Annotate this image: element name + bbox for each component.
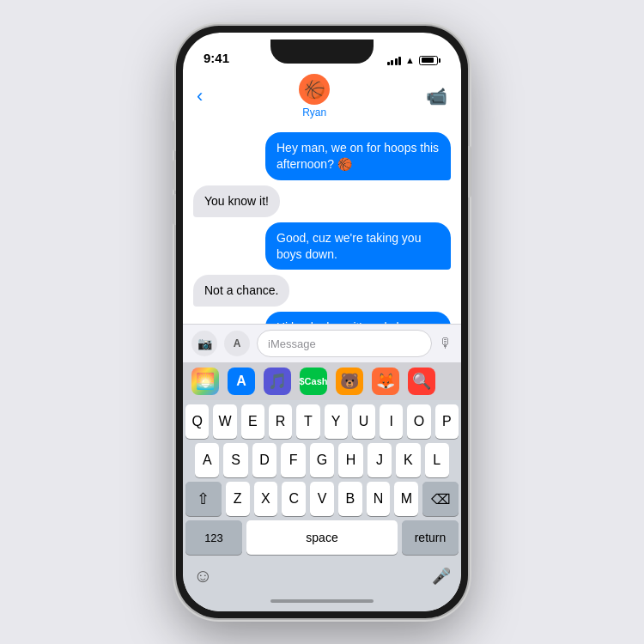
key-G[interactable]: G (310, 443, 334, 477)
key-H[interactable]: H (338, 443, 362, 477)
contact-avatar: 🏀 (299, 74, 330, 105)
key-K[interactable]: K (396, 443, 420, 477)
key-U[interactable]: U (352, 404, 375, 439)
key-D[interactable]: D (252, 443, 276, 477)
key-T[interactable]: T (296, 404, 319, 439)
key-J[interactable]: J (368, 443, 392, 477)
key-O[interactable]: O (407, 404, 430, 439)
message-row: Not a chance. (193, 275, 451, 307)
wifi-icon: ▲ (405, 55, 415, 65)
memoji1-icon[interactable]: 🐻 (336, 368, 363, 395)
appstore-icon[interactable]: A (228, 368, 255, 395)
status-time: 9:41 (204, 51, 229, 65)
message-bubble-incoming: Not a chance. (193, 275, 289, 307)
key-V[interactable]: V (310, 482, 334, 516)
home-bar (270, 599, 374, 603)
notch (270, 39, 374, 64)
key-C[interactable]: C (282, 482, 306, 516)
app-row: 🌅 A 🎵 $Cash 🐻 🦊 🔍 (183, 362, 461, 400)
input-placeholder: iMessage (268, 337, 316, 350)
key-X[interactable]: X (254, 482, 278, 516)
home-indicator (183, 594, 461, 611)
key-Y[interactable]: Y (325, 404, 348, 439)
key-F[interactable]: F (281, 443, 305, 477)
nav-bar: ‹ 🏀 Ryan 📹 (183, 70, 461, 125)
message-bubble-outgoing: Hey man, we on for hoops this afternoon?… (265, 132, 451, 180)
message-bubble-outgoing: Good, cuz we're taking you boys down. (265, 222, 451, 270)
apps-button[interactable]: A (224, 331, 250, 356)
contact-info[interactable]: 🏀 Ryan (299, 74, 330, 118)
messages-area: Hey man, we on for hoops this afternoon?… (183, 125, 461, 324)
cash-icon[interactable]: $Cash (300, 368, 327, 395)
key-W[interactable]: W (213, 404, 236, 439)
keyboard-row-4: 123 space return (183, 516, 461, 560)
back-button[interactable]: ‹ (197, 85, 203, 107)
photos-app-icon[interactable]: 🌅 (191, 368, 219, 395)
phone-wrapper: 9:41 ▲ ‹ 🏀 Ryan 📹 (176, 26, 468, 618)
key-Q[interactable]: Q (185, 404, 209, 439)
phone-screen: 9:41 ▲ ‹ 🏀 Ryan 📹 (183, 33, 461, 611)
message-row: Hi lamb chop, it's only been an hour and… (193, 312, 451, 324)
key-N[interactable]: N (367, 482, 391, 516)
message-row: You know it! (193, 185, 451, 217)
memoji2-icon[interactable]: 🦊 (372, 368, 399, 395)
space-key[interactable]: space (246, 520, 398, 555)
dictation-key[interactable]: 🎤 (432, 567, 451, 586)
contact-name: Ryan (302, 106, 326, 118)
key-I[interactable]: I (380, 404, 403, 439)
shift-key[interactable]: ⇧ (185, 482, 222, 516)
message-row: Hey man, we on for hoops this afternoon?… (193, 132, 451, 180)
key-Z[interactable]: Z (226, 482, 250, 516)
mic-button[interactable]: 🎙 (439, 336, 453, 351)
key-M[interactable]: M (394, 482, 418, 516)
emoji-key[interactable]: ☺ (193, 565, 212, 587)
key-P[interactable]: P (435, 404, 459, 439)
delete-key[interactable]: ⌫ (422, 482, 459, 516)
key-R[interactable]: R (269, 404, 292, 439)
key-A[interactable]: A (195, 443, 219, 477)
video-call-button[interactable]: 📹 (426, 86, 447, 106)
key-L[interactable]: L (425, 443, 449, 477)
message-bubble-outgoing: Hi lamb chop, it's only been an hour and… (265, 312, 451, 324)
keyboard: Q W E R T Y U I O P A S D F G H J K (183, 400, 461, 560)
message-bubble-incoming: You know it! (193, 185, 280, 217)
search-apps-icon[interactable]: 🔍 (408, 368, 435, 395)
signal-bars-icon (387, 55, 402, 65)
numbers-key[interactable]: 123 (185, 520, 242, 555)
keyboard-bottom: ☺ 🎤 (183, 560, 461, 594)
key-E[interactable]: E (241, 404, 264, 439)
audio-icon[interactable]: 🎵 (264, 368, 291, 395)
message-input[interactable]: iMessage (257, 330, 432, 357)
message-row: Good, cuz we're taking you boys down. (193, 222, 451, 270)
keyboard-row-2: A S D F G H J K L (183, 439, 461, 477)
keyboard-row-1: Q W E R T Y U I O P (183, 400, 461, 439)
key-B[interactable]: B (338, 482, 362, 516)
keyboard-row-3: ⇧ Z X C V B N M ⌫ (183, 477, 461, 516)
status-icons: ▲ (387, 55, 440, 65)
battery-icon (419, 56, 440, 65)
return-key[interactable]: return (402, 520, 459, 555)
key-S[interactable]: S (223, 443, 247, 477)
camera-button[interactable]: 📷 (191, 331, 217, 356)
input-area: 📷 A iMessage 🎙 (183, 324, 461, 362)
